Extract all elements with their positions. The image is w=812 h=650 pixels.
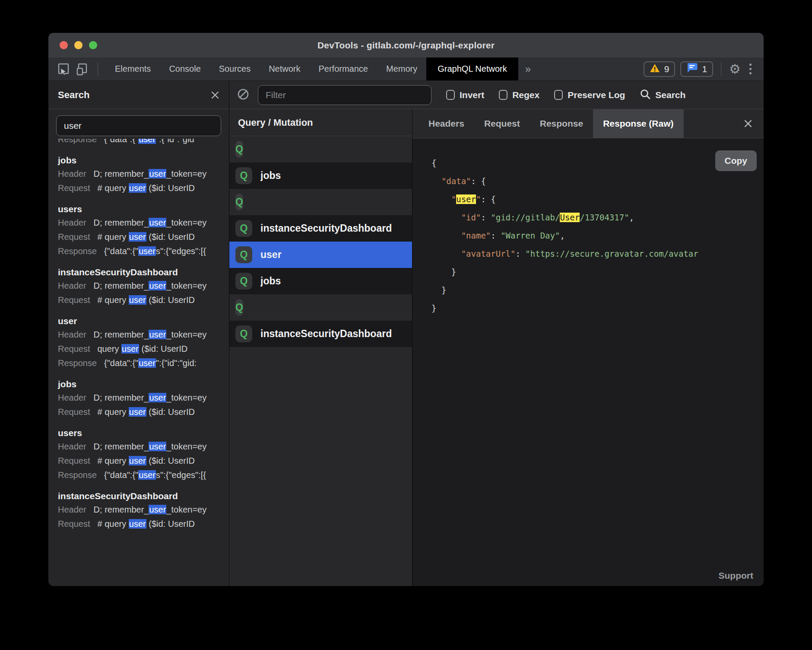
issues-badge[interactable]: 1 xyxy=(680,61,713,77)
tab-elements[interactable]: Elements xyxy=(106,57,160,80)
support-link[interactable]: Support xyxy=(719,570,753,581)
search-result-line[interactable]: Response{"data":{"user":{"id":"gid xyxy=(58,139,229,147)
search-result-line[interactable]: Requestquery user ($id: UserID xyxy=(58,342,229,356)
devtools-window: DevTools - gitlab.com/-/graphql-explorer xyxy=(48,33,764,586)
json-line: } xyxy=(431,281,764,299)
toolbar-search[interactable]: Search xyxy=(640,89,685,102)
invert-checkbox[interactable]: Invert xyxy=(446,90,484,100)
search-result-line[interactable]: Request# query user ($id: UserID xyxy=(58,293,229,307)
search-result-line[interactable]: Response{"data":{"user":{"id":"gid: xyxy=(58,356,229,370)
search-result-section: instanceSecurityDashboard HeaderD; remem… xyxy=(58,266,229,307)
preserve-log-checkbox[interactable]: Preserve Log xyxy=(554,90,625,100)
search-result-line[interactable]: Request# query user ($id: UserID xyxy=(58,405,229,419)
tab-sources[interactable]: Sources xyxy=(210,57,260,80)
query-row-instance-security-dashboard[interactable]: Q instanceSecurityDashboard xyxy=(229,321,412,347)
tab-response-raw[interactable]: Response (Raw) xyxy=(593,109,683,138)
query-row-jobs[interactable]: Q jobs xyxy=(229,162,412,189)
title-bar: DevTools - gitlab.com/-/graphql-explorer xyxy=(48,33,764,57)
search-result-line[interactable]: HeaderD; remember_user_token=ey xyxy=(58,167,229,181)
search-panel: Search Response{"data":{"user":{"id":"gi… xyxy=(48,81,229,586)
query-type-icon: Q xyxy=(235,273,252,290)
tab-graphql-network[interactable]: GraphQL Network xyxy=(426,57,518,80)
detail-tabs: Headers Request Response Response (Raw) xyxy=(412,109,764,138)
search-input-wrap xyxy=(48,109,229,139)
query-row-user[interactable]: Q user xyxy=(229,136,241,162)
regex-checkbox[interactable]: Regex xyxy=(499,90,539,100)
search-panel-title: Search xyxy=(58,89,89,101)
tab-request[interactable]: Request xyxy=(474,109,530,138)
tab-network[interactable]: Network xyxy=(260,57,309,80)
search-result-section: users HeaderD; remember_user_token=ey Re… xyxy=(58,203,229,258)
clear-icon[interactable] xyxy=(237,88,249,102)
warnings-badge[interactable]: 9 xyxy=(644,61,676,77)
close-detail-icon[interactable] xyxy=(733,109,764,138)
tab-console[interactable]: Console xyxy=(160,57,209,80)
toolbar-icons xyxy=(48,57,106,80)
json-line: "user": { xyxy=(431,190,764,208)
json-line: "id": "gid://gitlab/User/13704317", xyxy=(431,208,764,226)
search-result-line[interactable]: Request# query user ($id: UserID xyxy=(58,454,229,468)
checkbox-icon xyxy=(446,90,455,100)
close-search-icon[interactable] xyxy=(211,91,219,99)
tab-headers[interactable]: Headers xyxy=(419,109,474,138)
inspect-element-icon[interactable] xyxy=(57,63,70,76)
search-result-line[interactable]: HeaderD; remember_user_token=ey xyxy=(58,503,229,517)
window-title: DevTools - gitlab.com/-/graphql-explorer xyxy=(48,40,764,51)
warning-icon xyxy=(650,64,660,75)
warning-count: 9 xyxy=(664,64,669,74)
filter-input[interactable] xyxy=(258,85,431,105)
query-row-instance-security-dashboard[interactable]: Q instanceSecurityDashboard xyxy=(229,215,412,242)
search-input[interactable] xyxy=(56,115,221,136)
tabbar-right-cluster: 9 1 ⚙ xyxy=(644,57,764,80)
query-type-icon: Q xyxy=(235,141,243,158)
search-result-line[interactable]: Request# query user ($id: UserID xyxy=(58,517,229,531)
query-type-icon: Q xyxy=(235,299,243,316)
query-list-header: Query / Mutation xyxy=(229,109,412,136)
devtools-content: Search Response{"data":{"user":{"id":"gi… xyxy=(48,81,764,586)
search-result-line[interactable]: Request# query user ($id: UserID xyxy=(58,181,229,195)
filter-toolbar: Invert Regex Preserve Log xyxy=(229,81,764,109)
tab-memory[interactable]: Memory xyxy=(377,57,426,80)
device-toolbar-icon[interactable] xyxy=(76,63,89,76)
search-result-line[interactable]: HeaderD; remember_user_token=ey xyxy=(58,440,229,454)
search-results: Response{"data":{"user":{"id":"gid jobs … xyxy=(48,139,229,586)
query-row-users[interactable]: Q users xyxy=(229,189,241,215)
search-result-section: users HeaderD; remember_user_token=ey Re… xyxy=(58,427,229,482)
tab-response[interactable]: Response xyxy=(530,109,593,138)
devtools-tabbar: Elements Console Sources Network Perform… xyxy=(48,57,764,81)
message-count: 1 xyxy=(702,64,707,74)
request-detail-panel: Headers Request Response Response (Raw) … xyxy=(412,109,764,586)
network-columns: Query / Mutation Q user Q jobs Q xyxy=(229,109,764,586)
search-result-line[interactable]: HeaderD; remember_user_token=ey xyxy=(58,216,229,230)
search-result-line[interactable]: Response{"data":{"users":{"edges":[{ xyxy=(58,244,229,258)
toolbar-divider xyxy=(98,63,98,76)
search-result-line[interactable]: Response{"data":{"users":{"edges":[{ xyxy=(58,468,229,482)
search-result-line[interactable]: Request# query user ($id: UserID xyxy=(58,230,229,244)
query-row-jobs[interactable]: Q jobs xyxy=(229,268,412,294)
query-type-icon: Q xyxy=(235,325,252,342)
search-result-line[interactable]: HeaderD; remember_user_token=ey xyxy=(58,328,229,342)
search-result-line[interactable]: HeaderD; remember_user_token=ey xyxy=(58,279,229,293)
tab-performance[interactable]: Performance xyxy=(310,57,377,80)
query-type-icon: Q xyxy=(235,220,252,237)
more-tabs-icon[interactable]: » xyxy=(518,57,538,80)
message-icon xyxy=(686,63,698,75)
json-line: "avatarUrl": "https://secure.gravatar.co… xyxy=(431,245,764,263)
cluster-divider xyxy=(721,63,721,76)
query-list: Q user Q jobs Q users xyxy=(229,136,412,347)
search-result-section: instanceSecurityDashboard HeaderD; remem… xyxy=(58,490,229,531)
json-line: { xyxy=(431,154,764,172)
screen: DevTools - gitlab.com/-/graphql-explorer xyxy=(0,0,812,650)
json-line: } xyxy=(431,263,764,281)
json-line: "name": "Warren Day", xyxy=(431,226,764,245)
search-result-section: jobs HeaderD; remember_user_token=ey Req… xyxy=(58,378,229,419)
copy-button[interactable]: Copy xyxy=(715,150,757,171)
query-row-user-selected[interactable]: Q user xyxy=(229,242,412,268)
json-line: } xyxy=(431,299,764,317)
search-result-line[interactable]: HeaderD; remember_user_token=ey xyxy=(58,391,229,405)
settings-gear-icon[interactable]: ⚙ xyxy=(729,63,741,76)
json-line: "data": { xyxy=(431,172,764,190)
kebab-menu-icon[interactable] xyxy=(746,64,755,74)
search-result-section: user HeaderD; remember_user_token=ey Req… xyxy=(58,315,229,370)
query-row-users[interactable]: Q users xyxy=(229,294,241,321)
